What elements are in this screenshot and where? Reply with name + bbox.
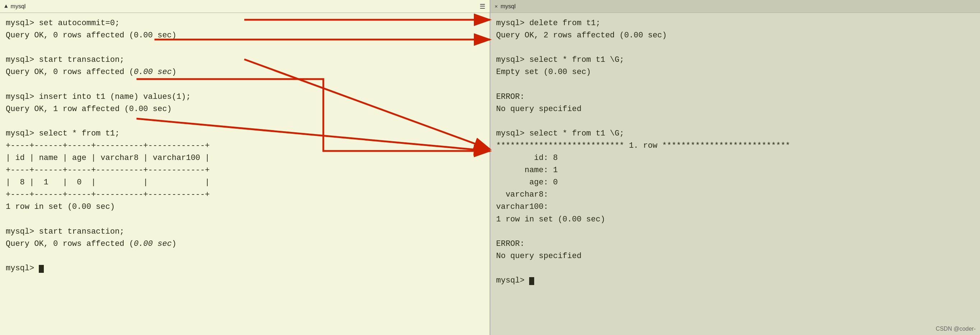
- left-terminal-content: mysql> set autocommit=0; Query OK, 0 row…: [0, 13, 490, 335]
- watermark: CSDN @coder-: [936, 325, 976, 332]
- left-title-bar: ▲ mysql ☰: [0, 0, 490, 13]
- right-cursor: [529, 277, 534, 285]
- left-terminal-panel: ▲ mysql ☰ mysql> set autocommit=0; Query…: [0, 0, 490, 335]
- right-terminal-panel: ✕ mysql mysql> delete from t1; Query OK,…: [490, 0, 980, 335]
- left-terminal-text: mysql> set autocommit=0; Query OK, 0 row…: [6, 17, 484, 274]
- right-title-bar: ✕ mysql: [490, 0, 980, 13]
- right-close-icon[interactable]: ✕: [495, 3, 498, 10]
- right-line-1: mysql> delete from t1; Query OK, 2 rows …: [496, 19, 790, 285]
- left-cursor: [39, 265, 44, 273]
- main-container: ▲ mysql ☰ mysql> set autocommit=0; Query…: [0, 0, 980, 335]
- right-title-text: mysql: [500, 3, 515, 10]
- right-terminal-text: mysql> delete from t1; Query OK, 2 rows …: [496, 17, 974, 287]
- right-terminal-content: mysql> delete from t1; Query OK, 2 rows …: [490, 13, 980, 335]
- left-line-1: mysql> set autocommit=0; Query OK, 0 row…: [6, 19, 210, 273]
- left-title-text: mysql: [11, 3, 26, 10]
- left-terminal-icon: ▲: [4, 3, 8, 10]
- left-menu-icon[interactable]: ☰: [480, 3, 485, 10]
